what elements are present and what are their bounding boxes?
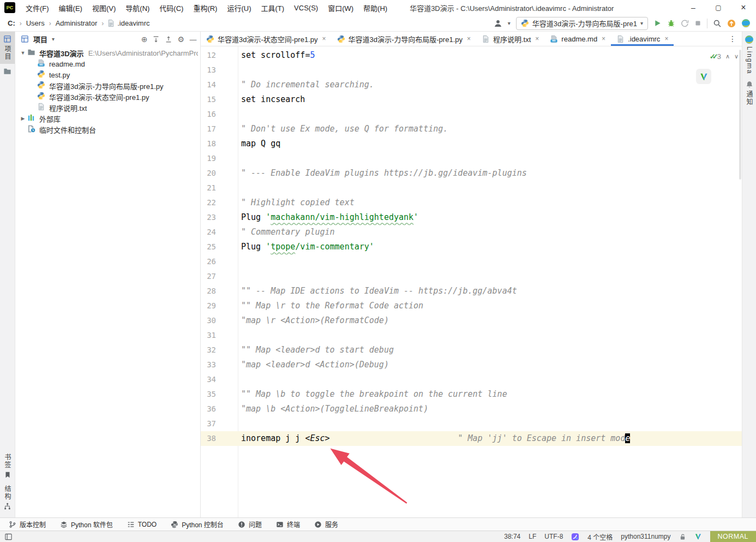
menu-item[interactable]: 工具(T) — [256, 0, 289, 15]
breadcrumb-item[interactable]: Administrator — [55, 19, 99, 27]
update-button[interactable] — [727, 19, 736, 28]
code-line[interactable]: 23Plug 'machakann/vim-highlightedyank' — [201, 210, 742, 225]
breadcrumb-item[interactable]: C: — [7, 19, 16, 27]
tree-item[interactable]: 华容道3d演示-力导向布局版-pre1.py — [15, 80, 200, 91]
editor-tab[interactable]: 华容道3d演示-力导向布局版-pre1.py× — [332, 32, 477, 46]
tool-stripe-button[interactable] — [0, 64, 15, 79]
caret-position[interactable]: 38:74 — [504, 533, 520, 540]
code-line[interactable]: 33"map <leader>d <Action>(Debug) — [201, 358, 742, 372]
code-line[interactable]: 15set incsearch — [201, 92, 742, 107]
code-line[interactable]: 13 — [201, 63, 742, 78]
tree-item[interactable]: test.py — [15, 69, 200, 80]
ideavim-widget-button[interactable] — [696, 69, 711, 84]
tool-stripe-button[interactable]: 结构 — [0, 482, 15, 513]
tree-item[interactable]: ▶外部库 — [15, 113, 200, 124]
code-line[interactable]: 34 — [201, 372, 742, 387]
lingma-status-icon[interactable] — [571, 533, 579, 541]
code-line[interactable]: 20" --- Enable IdeaVim plugins https://j… — [201, 166, 742, 181]
tree-item[interactable]: MDreadme.md — [15, 58, 200, 69]
menu-item[interactable]: 代码(C) — [154, 0, 188, 15]
code-line[interactable]: 17" Don't use Ex mode, use Q for formatt… — [201, 122, 742, 136]
code-line[interactable]: 35"" Map \b to toggle the breakpoint on … — [201, 387, 742, 402]
code-line[interactable]: 36"map \b <Action>(ToggleLineBreakpoint) — [201, 402, 742, 416]
maximize-button[interactable]: ▢ — [706, 0, 731, 15]
inspection-widget[interactable]: ✓✓3 ∧ ∨ — [710, 49, 739, 64]
code-line[interactable]: 32"" Map <leader>d to start debug — [201, 343, 742, 358]
code-line[interactable]: 30"map \r <Action>(ReformatCode) — [201, 313, 742, 328]
code-line[interactable]: 18map Q gq — [201, 136, 742, 151]
menu-item[interactable]: 编辑(E) — [54, 0, 87, 15]
tab-list-more-icon[interactable]: ⋮ — [723, 32, 742, 46]
toolwindow-button[interactable]: 版本控制 — [9, 520, 46, 529]
code-line[interactable]: 28"" -- Map IDE actions to IdeaVim -- ht… — [201, 284, 742, 299]
menu-item[interactable]: 导航(N) — [121, 0, 154, 15]
file-encoding[interactable]: UTF-8 — [544, 533, 563, 540]
toolwindow-button[interactable]: Python 软件包 — [60, 520, 113, 529]
search-everywhere-button[interactable] — [713, 19, 722, 28]
settings-gear-icon[interactable]: ⚙ — [177, 35, 184, 44]
toolwindow-button[interactable]: TODO — [127, 521, 157, 528]
toolwindow-button[interactable]: Python 控制台 — [171, 520, 224, 529]
hide-panel-icon[interactable]: — — [189, 35, 197, 44]
breadcrumb-item[interactable]: Users — [25, 19, 46, 27]
code-line[interactable]: 24" Commentary plugin — [201, 225, 742, 240]
editor-tab[interactable]: 程序说明.txt× — [476, 32, 544, 46]
expand-all-icon[interactable] — [152, 35, 160, 43]
code-line[interactable]: 37 — [201, 416, 742, 431]
tab-close-icon[interactable]: × — [602, 35, 605, 43]
menu-item[interactable]: 窗口(W) — [323, 0, 358, 15]
tool-stripe-button[interactable]: 通知 — [742, 78, 756, 109]
tab-close-icon[interactable]: × — [664, 35, 668, 43]
next-problem-icon[interactable]: ∨ — [734, 49, 739, 64]
toolwindow-button[interactable]: 问题 — [238, 520, 262, 529]
lock-icon[interactable] — [679, 533, 686, 540]
code-line[interactable]: 29"" Map \r to the Reformat Code action — [201, 299, 742, 313]
menu-item[interactable]: 视图(V) — [87, 0, 121, 15]
run-button[interactable] — [653, 19, 662, 27]
minimize-button[interactable]: – — [681, 0, 706, 15]
code-line[interactable]: 19 — [201, 151, 742, 166]
editor-tab[interactable]: 华容道3d演示-状态空间-pre1.py× — [201, 32, 332, 46]
editor-tab[interactable]: .ideavimrc× — [611, 32, 674, 46]
tool-stripe-button[interactable]: Lingma — [742, 32, 756, 78]
editor-tab[interactable]: MDreadme.md× — [544, 32, 611, 46]
code-line[interactable]: 12set scrolloff=5 — [201, 48, 742, 63]
toolwindow-button[interactable]: 服务 — [314, 520, 338, 529]
project-panel-title[interactable]: 项目 — [33, 34, 47, 44]
collapse-all-icon[interactable] — [165, 35, 172, 43]
debug-button[interactable] — [667, 19, 675, 27]
line-separator[interactable]: LF — [529, 533, 536, 540]
locate-file-icon[interactable]: ⊕ — [141, 35, 148, 44]
code-line[interactable]: 14" Do incremental searching. — [201, 78, 742, 92]
menu-item[interactable]: 文件(F) — [21, 0, 54, 15]
tool-stripe-button[interactable]: 项目 — [0, 32, 15, 64]
code-line[interactable]: 27 — [201, 269, 742, 284]
close-button[interactable]: × — [731, 0, 756, 15]
lingma-button[interactable] — [741, 19, 751, 28]
python-interpreter[interactable]: python311numpy — [621, 533, 670, 540]
menu-item[interactable]: 重构(R) — [188, 0, 222, 15]
menu-item[interactable]: VCS(S) — [289, 0, 323, 15]
tool-stripe-button[interactable]: 书签 — [0, 450, 15, 482]
user-dropdown-caret-icon[interactable]: ▾ — [508, 20, 511, 26]
code-line[interactable]: 31 — [201, 328, 742, 343]
stop-button[interactable] — [694, 20, 701, 27]
editor-scrollbar[interactable] — [739, 50, 741, 180]
tree-item[interactable]: ▼华容道3D演示E:\Users\Administrator\PycharmPr… — [15, 47, 200, 58]
ideavim-status-icon[interactable] — [694, 533, 702, 540]
code-line[interactable]: 21 — [201, 181, 742, 195]
code-line[interactable]: 25Plug 'tpope/vim-commentary' — [201, 240, 742, 254]
run-config-select[interactable]: 华容道3d演示-力导向布局版-pre1 ▾ — [516, 17, 648, 30]
prev-problem-icon[interactable]: ∧ — [725, 49, 730, 64]
menu-item[interactable]: 帮助(H) — [358, 0, 392, 15]
indent-style[interactable]: 4 个空格 — [587, 532, 613, 541]
breadcrumb-item[interactable]: .ideavimrc — [116, 19, 151, 27]
tree-item[interactable]: 临时文件和控制台 — [15, 124, 200, 135]
code-line[interactable]: 38inoremap j j <Esc> " Map 'jj' to Escap… — [201, 431, 742, 446]
profile-button[interactable] — [681, 19, 689, 27]
code-line[interactable]: 26 — [201, 254, 742, 269]
tab-close-icon[interactable]: × — [535, 35, 539, 43]
tree-chevron-icon[interactable]: ▼ — [19, 50, 27, 56]
window-layout-icon[interactable] — [4, 533, 13, 541]
chevron-down-icon[interactable]: ▾ — [52, 36, 55, 42]
